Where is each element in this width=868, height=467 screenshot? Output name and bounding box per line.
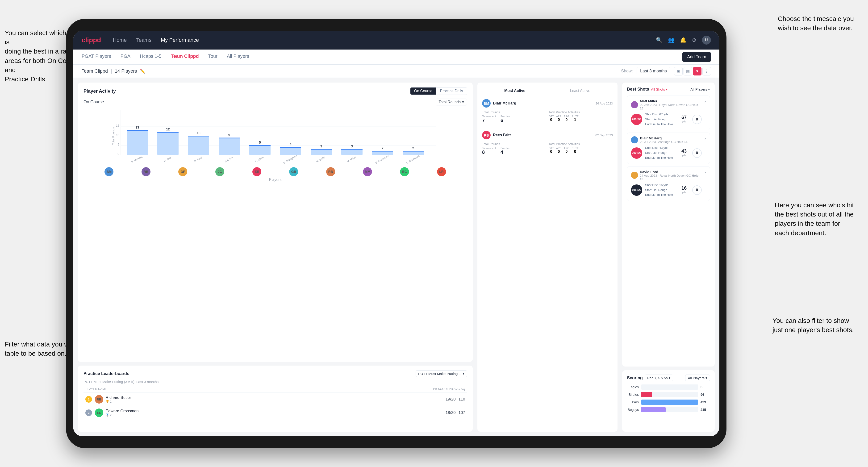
all-players-filter[interactable]: All Players ▾: [690, 87, 710, 92]
active-player-header-2: RB Rees Britt 02 Sep 2023: [482, 131, 613, 139]
tab-least-active[interactable]: Least Active: [548, 87, 613, 95]
chevron-right-icon-1: ›: [705, 99, 706, 104]
nav-link-performance[interactable]: My Performance: [161, 37, 199, 43]
score-bar-container-birdies: [641, 392, 698, 397]
annotation-top-right: Choose the timescale youwish to see the …: [778, 14, 854, 33]
svg-text:4: 4: [290, 143, 291, 146]
view-heart-button[interactable]: ♥: [693, 67, 702, 75]
practice-rounds-1: 6: [500, 118, 510, 123]
most-active-card: Most Active Least Active BM Blair McHarg…: [477, 83, 618, 432]
player-avatar[interactable]: EE: [252, 167, 261, 176]
users-icon[interactable]: 👥: [668, 37, 674, 43]
par-filter-dropdown[interactable]: Par 3, 4 & 5s ▾: [645, 375, 673, 381]
tab-on-course[interactable]: On Course: [410, 88, 436, 95]
svg-text:5: 5: [259, 141, 261, 144]
active-player-section-2: RB Rees Britt 02 Sep 2023 Total Rounds T…: [482, 131, 613, 159]
scoring-players-filter[interactable]: All Players ▾: [685, 375, 710, 381]
tab-team-clippd[interactable]: Team Clippd: [171, 54, 199, 60]
tab-hcaps[interactable]: Hcaps 1-5: [140, 54, 161, 60]
all-shots-filter[interactable]: All Shots ▾: [651, 87, 668, 92]
bell-icon[interactable]: 🔔: [680, 37, 686, 43]
player-avatar[interactable]: EC: [400, 167, 409, 176]
svg-rect-31: [341, 149, 363, 155]
most-active-tabs: Most Active Least Active: [482, 87, 613, 95]
active-player-name-2: Rees Britt: [493, 133, 511, 137]
tournament-1: 7: [482, 118, 496, 123]
player-avatar[interactable]: JC: [215, 167, 224, 176]
nav-link-teams[interactable]: Teams: [136, 37, 151, 43]
svg-rect-13: [157, 132, 179, 155]
annotation-bottom-right-1: Here you can see who's hitthe best shots…: [775, 200, 854, 238]
score-label-pars: Pars: [627, 400, 639, 404]
tournament-2: 8: [482, 150, 496, 155]
shot-location-3: 24 Aug 2023 · Royal North Devon GC Hole …: [640, 174, 702, 181]
tab-most-active[interactable]: Most Active: [482, 87, 548, 95]
player-activity-card: Player Activity On Course Practice Drill…: [78, 83, 473, 362]
chart-controls: On Course Total Rounds ▾: [84, 99, 467, 105]
svg-text:M. Miller: M. Miller: [346, 156, 356, 163]
shot-player-header-3: David Ford 24 Aug 2023 · Royal North Dev…: [631, 170, 702, 181]
tab-tour[interactable]: Tour: [208, 54, 217, 60]
view-grid2-button[interactable]: ▦: [684, 67, 692, 75]
score-bar-birdies: [641, 392, 652, 397]
score-bar-container-eagles: [641, 384, 698, 390]
activity-tab-pills: On Course Practice Drills: [410, 87, 467, 95]
team-name: Team Clippd: [82, 68, 108, 74]
chart-dropdown[interactable]: Total Rounds ▾: [436, 99, 467, 105]
score-label-birdies: Birdies: [627, 393, 639, 397]
view-grid4-button[interactable]: ⊞: [674, 67, 683, 75]
show-value-dropdown[interactable]: Last 3 months: [637, 67, 670, 75]
view-icons: ⊞ ▦ ♥ ⋮: [674, 67, 711, 75]
svg-text:R. Butler: R. Butler: [316, 155, 326, 163]
player-avatar[interactable]: LR: [437, 167, 446, 176]
svg-text:E. Crossman: E. Crossman: [375, 154, 389, 164]
player-avatar[interactable]: MM: [363, 167, 372, 176]
nav-avatar[interactable]: U: [702, 36, 711, 44]
search-icon[interactable]: 🔍: [656, 37, 662, 43]
svg-rect-28: [311, 149, 332, 155]
player-avatar[interactable]: RB: [142, 167, 151, 176]
player-avatar[interactable]: GB: [289, 167, 298, 176]
shot-metric-zero-1: 0: [692, 115, 702, 124]
active-player-header-1: BM Blair McHarg 26 Aug 2023: [482, 99, 613, 107]
total-rounds-label-2: Total Rounds: [482, 142, 546, 146]
shot-metric-zero-2: 0: [692, 148, 702, 158]
practice-dropdown[interactable]: PUTT Must Make Putting ... ▾: [415, 370, 467, 377]
active-date-1: 26 Aug 2023: [596, 102, 613, 105]
plus-circle-icon[interactable]: ⊕: [692, 37, 696, 43]
practice-row-2[interactable]: 2 EC Edward Crossman 🥈 2 18/20 107: [84, 406, 467, 419]
shot-card-1[interactable]: Matt Miller 09 Jan 2023 · Royal North De…: [627, 96, 710, 130]
player-avatar-item: RB: [326, 167, 335, 176]
shot-metrics-2: 43 yds 0: [678, 148, 702, 158]
score-value-pars: 499: [701, 400, 710, 404]
nav-link-home[interactable]: Home: [113, 37, 127, 43]
tab-pga[interactable]: PGA: [121, 54, 130, 60]
shot-metric-dist-2: 43 yds: [678, 148, 690, 158]
player-avatar-item: EC: [400, 167, 409, 176]
edit-icon[interactable]: ✏️: [140, 69, 145, 74]
player-avatar[interactable]: RB: [326, 167, 335, 176]
practice-leaderboards-card: Practice Leaderboards PUTT Must Make Put…: [78, 366, 473, 432]
tab-all-players[interactable]: All Players: [227, 54, 249, 60]
tab-practice-drills[interactable]: Practice Drills: [436, 88, 467, 95]
score-bar-bogeys: [641, 407, 665, 412]
player-activity-title: Player Activity: [84, 88, 116, 94]
view-settings-button[interactable]: ⋮: [703, 67, 711, 75]
shot-card-3[interactable]: David Ford 24 Aug 2023 · Royal North Dev…: [627, 166, 710, 201]
shot-avatar-2: [631, 136, 638, 144]
player-avatar[interactable]: DF: [178, 167, 187, 176]
nav-logo: clippd: [82, 36, 101, 44]
x-axis-title: Players: [84, 178, 467, 182]
tab-pgat-players[interactable]: PGAT Players: [82, 54, 111, 60]
practice-subtitle: PUTT Must Make Putting (3-6 ft), Last 3 …: [84, 380, 467, 384]
svg-text:3: 3: [351, 144, 353, 148]
player-activity-header: Player Activity On Course Practice Drill…: [84, 87, 467, 95]
nav-right: 🔍 👥 🔔 ⊕ U: [656, 36, 711, 44]
player-avatar[interactable]: BM: [104, 167, 114, 176]
svg-rect-16: [188, 136, 209, 155]
shot-player-name-3: David Ford: [640, 170, 702, 174]
svg-rect-19: [219, 138, 240, 155]
shot-card-2[interactable]: Blair McHarg 23 Jul 2023 · Ashridge GC H…: [627, 132, 710, 164]
practice-row-1[interactable]: 1 RB Richard Butler 🏆 1 19/20 110: [84, 393, 467, 406]
add-team-button[interactable]: Add Team: [682, 52, 711, 62]
